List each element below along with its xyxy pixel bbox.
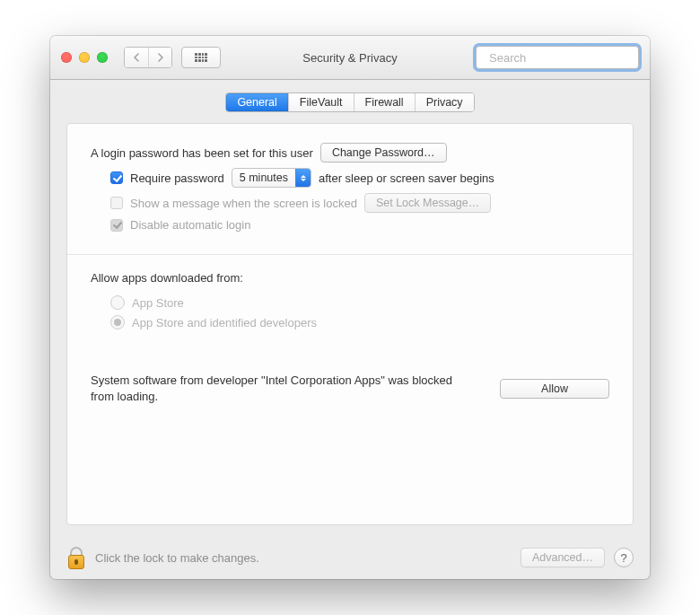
tab-label: General (237, 96, 276, 109)
tab-filevault[interactable]: FileVault (288, 93, 354, 111)
tab-label: Privacy (426, 96, 463, 109)
tabs: General FileVault Firewall Privacy (225, 92, 474, 112)
divider (67, 254, 633, 255)
back-button[interactable] (125, 48, 148, 67)
minimize-window-button[interactable] (79, 52, 90, 63)
popup-value: 5 minutes (240, 171, 295, 184)
tab-privacy[interactable]: Privacy (415, 93, 474, 111)
general-panel: A login password has been set for this u… (66, 123, 634, 525)
disable-auto-login-label: Disable automatic login (130, 218, 250, 232)
window-controls (61, 52, 108, 63)
require-password-suffix: after sleep or screen saver begins (319, 171, 494, 185)
radio-label: App Store and identified developers (132, 316, 317, 329)
tab-label: Firewall (365, 96, 404, 109)
close-window-button[interactable] (61, 52, 72, 63)
login-password-row: A login password has been set for this u… (91, 143, 609, 163)
require-password-label: Require password (130, 171, 224, 185)
tabs-row: General FileVault Firewall Privacy (50, 92, 650, 112)
zoom-window-button[interactable] (97, 52, 108, 63)
gatekeeper-option-appstore: App Store (110, 295, 609, 310)
show-lock-message-checkbox[interactable] (110, 197, 123, 209)
advanced-button[interactable]: Advanced… (521, 548, 605, 567)
stepper-arrows-icon (295, 169, 311, 187)
titlebar: Security & Privacy (50, 36, 650, 80)
search-field[interactable] (476, 46, 639, 69)
lock-message-row: Show a message when the screen is locked… (110, 193, 609, 213)
radio-label: App Store (132, 296, 184, 310)
radio-identified-developers[interactable] (110, 315, 125, 329)
forward-button[interactable] (148, 48, 171, 67)
footer: Click the lock to make changes. Advanced… (50, 536, 650, 579)
help-button[interactable]: ? (614, 548, 634, 567)
login-password-label: A login password has been set for this u… (91, 146, 313, 160)
security-privacy-window: Security & Privacy General FileVault Fir… (50, 36, 650, 579)
grid-icon (195, 53, 207, 62)
chevron-right-icon (157, 53, 164, 62)
require-password-delay-popup[interactable]: 5 minutes (232, 168, 311, 188)
chevron-left-icon (133, 53, 140, 62)
set-lock-message-button[interactable]: Set Lock Message… (364, 193, 491, 213)
blocked-software-message: System software from developer "Intel Co… (91, 373, 459, 404)
require-password-checkbox[interactable] (110, 171, 123, 184)
tab-general[interactable]: General (226, 93, 287, 111)
blocked-software-row: System software from developer "Intel Co… (91, 373, 609, 404)
change-password-button[interactable]: Change Password… (320, 143, 447, 163)
show-lock-message-label: Show a message when the screen is locked (130, 197, 357, 210)
nav-back-forward (124, 47, 172, 68)
search-input[interactable] (487, 50, 642, 66)
tab-label: FileVault (300, 96, 343, 109)
disable-auto-login-checkbox[interactable] (110, 219, 123, 232)
gatekeeper-option-identified: App Store and identified developers (110, 315, 609, 329)
disable-auto-login-row: Disable automatic login (110, 218, 609, 232)
require-password-row: Require password 5 minutes after sleep o… (110, 168, 609, 188)
allow-button[interactable]: Allow (500, 379, 609, 399)
gatekeeper-title: Allow apps downloaded from: (91, 271, 609, 285)
tab-firewall[interactable]: Firewall (354, 93, 415, 111)
lock-icon[interactable] (66, 546, 86, 569)
radio-appstore[interactable] (110, 295, 125, 310)
show-all-prefs-button[interactable] (181, 47, 221, 68)
lock-hint-text: Click the lock to make changes. (95, 551, 259, 565)
